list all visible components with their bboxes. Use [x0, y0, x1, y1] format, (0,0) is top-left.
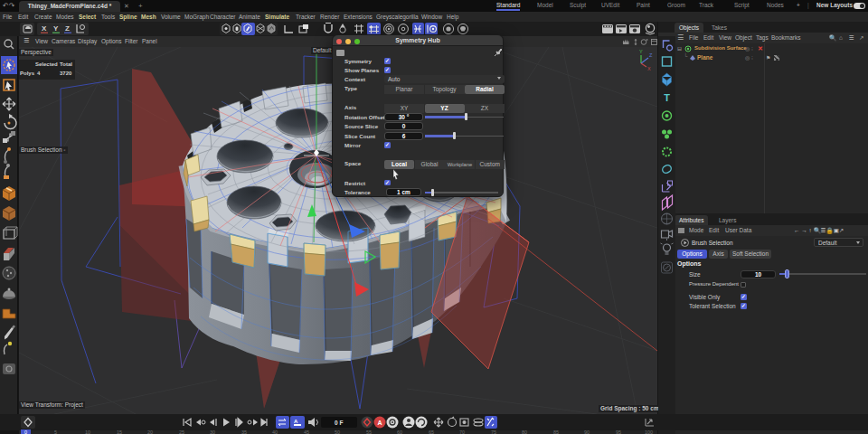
svg-text:X: X: [42, 24, 47, 33]
svg-text:A: A: [378, 420, 382, 426]
svg-text:Y: Y: [639, 49, 643, 54]
svg-text:Z: Z: [649, 52, 653, 58]
svg-text:Y: Y: [53, 24, 59, 33]
svg-text:0 F: 0 F: [335, 420, 343, 426]
svg-text:X: X: [647, 66, 651, 71]
svg-text:T: T: [664, 92, 670, 103]
svg-text:A: A: [294, 419, 298, 424]
svg-text:Z: Z: [65, 24, 70, 33]
